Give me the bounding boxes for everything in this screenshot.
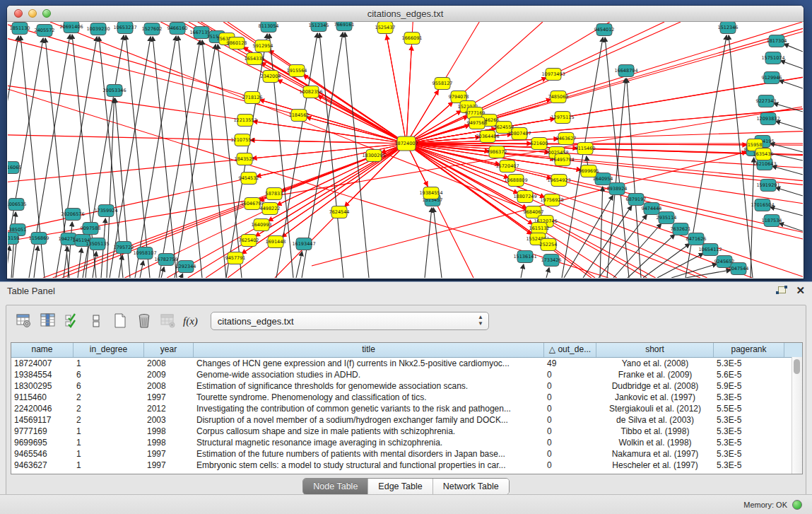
node-label: 252254 [540, 242, 558, 247]
table-cell: Dudbridge et al. (2008) [596, 380, 714, 392]
node-label: 1817304 [767, 38, 787, 44]
new-table-icon[interactable] [110, 310, 131, 332]
scrollbar-thumb[interactable] [794, 359, 800, 374]
float-panel-icon[interactable] [776, 286, 787, 296]
column-header-title[interactable]: title [194, 343, 544, 357]
node-label: 1525437 [375, 25, 396, 30]
table-row[interactable]: 1872400712008Changes of HCN gene express… [11, 358, 802, 369]
node-label: 1691448 [266, 239, 286, 245]
table-cell: 2012 [144, 403, 194, 414]
node-label: 10654112 [698, 247, 722, 252]
table-row[interactable]: 911546021997Tourette syndrome. Phenomeno… [11, 392, 802, 403]
node-label: 1187534 [762, 218, 782, 223]
red-edge [277, 144, 406, 205]
node-label: 1795722 [114, 245, 134, 250]
table-row[interactable]: 946362711997Embryonic stem cells: a mode… [11, 460, 802, 471]
rows-icon[interactable] [86, 310, 107, 332]
node-label: 16648794 [614, 68, 637, 74]
table-cell: 49 [544, 358, 596, 369]
node-label: 1184562 [289, 112, 310, 118]
node-label: 4498222 [260, 206, 281, 211]
black-edge [657, 253, 703, 278]
node-label: 2516065 [8, 165, 21, 170]
column-header-in_degree[interactable]: in_degree [73, 343, 144, 357]
black-edge [34, 246, 38, 278]
node-label: 9115460 [575, 146, 596, 151]
black-edge [319, 33, 343, 278]
table-cell: 0 [544, 414, 596, 426]
node-label: 20364486 [476, 134, 499, 139]
tab-network-table[interactable]: Network Table [433, 479, 509, 494]
black-edge [546, 268, 549, 278]
node-label: 20691406 [59, 24, 83, 30]
table-cell: Hescheler et al. (1997) [596, 460, 714, 471]
import-table-icon[interactable] [158, 310, 179, 332]
node-label: 6879197 [626, 197, 647, 202]
node-label: 9474444 [642, 206, 662, 211]
column-header-short[interactable]: short [596, 343, 714, 357]
table-cell: Estimation of significance thresholds fo… [194, 380, 544, 392]
column-header-pagerank[interactable]: pagerank [714, 343, 784, 357]
table-row[interactable]: 946554611997Estimation of the future num… [11, 448, 802, 460]
red-edge [243, 47, 406, 144]
column-header-out_de[interactable]: △ out_de... [544, 343, 596, 357]
table-cell: 2 [73, 392, 144, 403]
tab-edge-table[interactable]: Edge Table [368, 479, 433, 494]
table-cell: Changes of HCN gene expression and I(f) … [194, 358, 544, 369]
table-cell: Investigating the contribution of common… [194, 403, 544, 414]
table-row[interactable]: 977716911998Corpus callosum shape and si… [11, 426, 802, 437]
table-cell: Wolkin et al. (1998) [596, 437, 714, 448]
delete-table-icon[interactable] [134, 310, 155, 332]
red-edge [250, 140, 406, 144]
memory-status-icon [792, 500, 802, 510]
node-label: 1006535 [8, 201, 26, 207]
table-row[interactable]: 1938455462009Genome-wide association stu… [11, 369, 802, 380]
node-label: 9684067 [524, 209, 544, 215]
function-builder-icon[interactable]: f(x) [183, 315, 198, 327]
node-label: 9457791 [225, 255, 246, 261]
tab-node-table[interactable]: Node Table [303, 479, 368, 494]
show-column-icon[interactable] [37, 310, 59, 332]
table-cell: 5.6E-5 [714, 369, 784, 380]
network-canvas[interactable]: 1872400718511302405572206914061003923010… [8, 22, 803, 278]
table-vertical-scrollbar[interactable] [792, 357, 802, 474]
column-header-name[interactable]: name [11, 343, 73, 357]
column-header-year[interactable]: year [144, 343, 194, 357]
table-row[interactable]: 969969511998Structural magnetic resonanc… [11, 437, 802, 448]
table-panel-title: Table Panel [7, 286, 55, 296]
node-label: 15751074 [761, 55, 784, 61]
table-row[interactable]: 2242004622012Investigating the contribut… [11, 403, 802, 414]
node-label: 1851130 [10, 25, 30, 31]
table-header-row: namein_degreeyeartitle△ out_de...shortpa… [11, 343, 802, 358]
node-label: 19384554 [419, 190, 442, 196]
table-select-combobox[interactable]: citations_edges.txt ▲▼ [211, 312, 489, 330]
node-label: 385051 [9, 227, 27, 233]
table-cell: 2003 [144, 414, 194, 426]
node-label: 1292344 [176, 264, 196, 269]
table-cell: 0 [544, 403, 596, 414]
node-label: 13505135 [86, 241, 109, 247]
table-cell: 1997 [144, 460, 194, 471]
table-settings-icon[interactable] [13, 310, 35, 332]
black-edge [627, 78, 641, 278]
node-label: 19756928 [540, 197, 563, 203]
black-edge [599, 215, 647, 278]
table-row[interactable]: 1830029562008Estimation of significance … [11, 380, 802, 392]
node-label: 8471626 [686, 236, 707, 242]
network-window: citations_edges.txt 18724007185113024055… [7, 6, 804, 279]
node-label: 1654335 [245, 56, 265, 62]
table-cell: Tourette syndrome. Phenomenology and cla… [194, 392, 544, 403]
table-cell: 0 [544, 369, 596, 380]
node-label: 15720407 [495, 163, 519, 169]
node-label: 9466160 [167, 25, 188, 31]
table-cell: Nakamura et al. (1997) [596, 448, 714, 460]
table-cell: Yano et al. (2008) [596, 358, 714, 369]
table-cell: 1997 [144, 448, 194, 460]
table-row[interactable]: 1456911722003Disruption of a novel membe… [11, 414, 802, 426]
node-label: 15958 [748, 142, 763, 148]
node-label: 9794078 [449, 94, 469, 100]
select-columns-icon[interactable] [61, 310, 83, 332]
node-label: 393159 [8, 235, 19, 241]
close-panel-icon[interactable]: ✕ [796, 286, 805, 296]
node-label: 10039230 [86, 26, 110, 32]
